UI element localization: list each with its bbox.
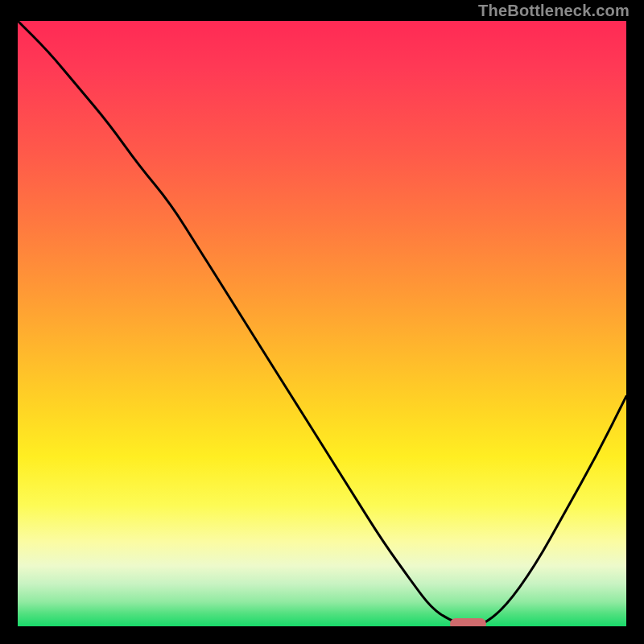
optimal-marker [450, 618, 486, 626]
watermark-label: TheBottleneck.com [478, 2, 630, 20]
chart-frame: TheBottleneck.com [0, 0, 644, 644]
plot-area [18, 21, 626, 626]
bottleneck-curve [18, 21, 626, 626]
curve-path [18, 21, 626, 626]
